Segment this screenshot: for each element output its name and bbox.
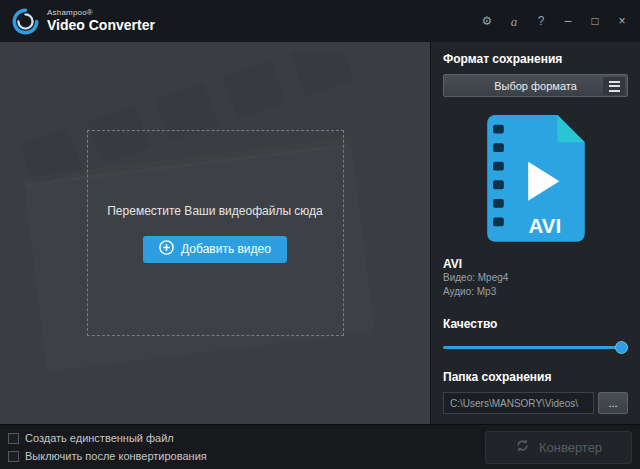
titlebar-controls: ⚙ a ? – □ × xyxy=(481,15,628,28)
browse-folder-button[interactable]: ... xyxy=(598,392,628,414)
convert-refresh-icon xyxy=(515,438,530,456)
settings-sidebar: Формат сохранения Выбор формата AVI xyxy=(430,42,640,424)
drop-target-outline[interactable]: Переместите Ваши видеофайлы сюда Добавит… xyxy=(87,130,344,336)
maximize-icon[interactable]: □ xyxy=(589,15,601,27)
main-area: Переместите Ваши видеофайлы сюда Добавит… xyxy=(0,42,640,424)
choose-format-button[interactable]: Выбор формата xyxy=(443,74,628,97)
convert-button-label: Конвертер xyxy=(539,440,602,455)
add-video-label: Добавить видео xyxy=(181,242,271,256)
file-drop-zone[interactable]: Переместите Ваши видеофайлы сюда Добавит… xyxy=(0,42,430,424)
single-file-label: Создать единственный файл xyxy=(25,432,174,444)
single-file-checkbox[interactable] xyxy=(8,433,19,444)
plus-circle-icon xyxy=(159,240,174,258)
single-file-option[interactable]: Создать единственный файл xyxy=(8,432,207,444)
quality-slider[interactable] xyxy=(443,341,628,354)
shutdown-option[interactable]: Выключить после конвертирования xyxy=(8,450,207,462)
titlebar: Ashampoo® Video Converter ⚙ a ? – □ × xyxy=(0,0,640,42)
drop-zone-message: Переместите Ваши видеофайлы сюда xyxy=(107,204,323,218)
add-video-button[interactable]: Добавить видео xyxy=(143,236,287,263)
quality-slider-track[interactable] xyxy=(443,346,628,349)
audio-codec-info: Аудио: Mp3 xyxy=(443,285,628,299)
help-icon[interactable]: ? xyxy=(535,15,547,27)
video-codec-info: Видео: Mpeg4 xyxy=(443,271,628,285)
avi-file-icon: AVI xyxy=(486,115,586,242)
app-logo-icon xyxy=(12,8,39,35)
format-section-title: Формат сохранения xyxy=(443,52,628,66)
file-icon-format-label: AVI xyxy=(528,215,561,238)
choose-format-label: Выбор формата xyxy=(494,80,577,92)
output-folder-input[interactable] xyxy=(443,392,594,414)
footer-bar: Создать единственный файл Выключить посл… xyxy=(0,424,640,469)
quality-slider-handle[interactable] xyxy=(615,341,628,354)
app-title: Video Converter xyxy=(47,18,155,33)
settings-gear-icon[interactable]: ⚙ xyxy=(481,15,493,27)
folder-row: ... xyxy=(443,392,628,414)
folder-section-title: Папка сохранения xyxy=(443,370,628,384)
convert-button[interactable]: Конвертер xyxy=(485,431,632,464)
shutdown-label: Выключить после конвертирования xyxy=(25,450,207,462)
shutdown-checkbox[interactable] xyxy=(8,451,19,462)
footer-options: Создать единственный файл Выключить посл… xyxy=(8,432,207,462)
minimize-icon[interactable]: – xyxy=(562,15,574,27)
brand-block: Ashampoo® Video Converter xyxy=(47,9,155,32)
app-window: Ashampoo® Video Converter ⚙ a ? – □ × xyxy=(0,0,640,469)
selected-format-name: AVI xyxy=(443,257,628,271)
close-icon[interactable]: × xyxy=(616,15,628,27)
quality-section-title: Качество xyxy=(443,317,628,331)
hamburger-menu-icon xyxy=(603,77,625,95)
language-icon[interactable]: a xyxy=(508,15,520,28)
